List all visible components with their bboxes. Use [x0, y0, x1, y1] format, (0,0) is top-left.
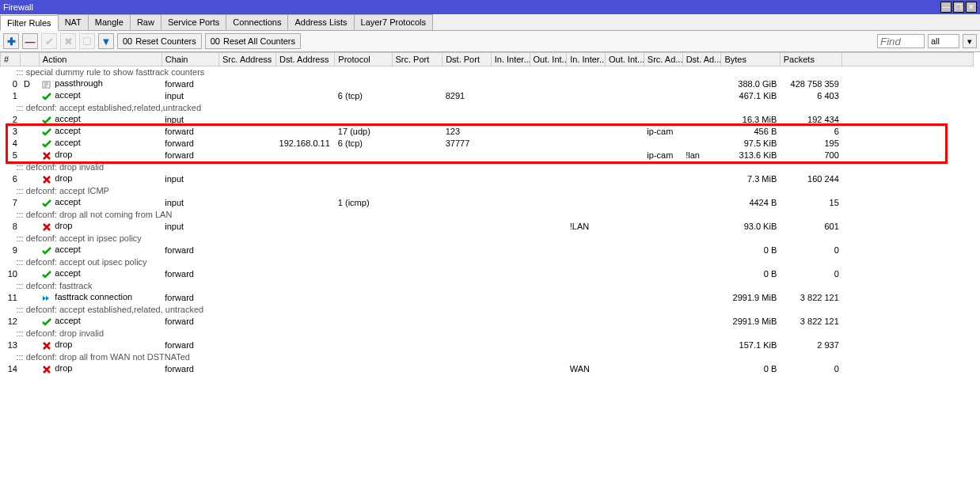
column-header[interactable]: Bytes: [721, 53, 780, 66]
column-header[interactable]: Dst. Port: [443, 53, 492, 66]
cell-bytes: 388.0 GiB: [721, 78, 780, 90]
cell-flag: [21, 316, 39, 328]
table-header: #ActionChainSrc. AddressDst. AddressProt…: [1, 53, 974, 66]
column-header[interactable]: [842, 53, 974, 66]
filter-button[interactable]: ▼: [98, 33, 114, 49]
rule-row[interactable]: 11 fasttrack connectionforward2991.9 MiB…: [1, 292, 974, 304]
comment-row[interactable]: ::: defconf: drop invalid: [1, 161, 974, 173]
reset-counters-button[interactable]: 00Reset Counters: [117, 33, 202, 49]
tab-layer7-protocols[interactable]: Layer7 Protocols: [354, 14, 434, 30]
cell-num: 3: [1, 126, 21, 138]
column-header[interactable]: Dst. Ad...: [682, 53, 721, 66]
close-button[interactable]: ✕: [966, 2, 977, 13]
tab-service-ports[interactable]: Service Ports: [161, 14, 226, 30]
cell-dstaddr: [276, 221, 335, 233]
enable-button[interactable]: ✔: [41, 33, 57, 49]
rule-row[interactable]: 3 acceptforward17 (udp)123ip-cam456 B6: [1, 126, 974, 138]
tab-nat[interactable]: NAT: [58, 14, 89, 30]
rule-row[interactable]: 8 dropinput!LAN93.0 KiB601: [1, 221, 974, 233]
cell-chain: forward: [161, 126, 218, 138]
column-header[interactable]: Out. Int...: [606, 53, 644, 66]
column-header[interactable]: Protocol: [335, 53, 392, 66]
column-header[interactable]: Action: [39, 53, 161, 66]
cell-dstport: [443, 150, 492, 161]
rule-row[interactable]: 7 acceptinput1 (icmp)4424 B15: [1, 197, 974, 209]
cell-chain: forward: [161, 78, 218, 90]
cell-rest: [842, 78, 974, 90]
cell-rest: [842, 197, 974, 209]
column-header[interactable]: Packets: [780, 53, 842, 66]
cell-inif: [491, 197, 530, 209]
cell-srcaddr: [218, 90, 275, 102]
rule-row[interactable]: 10 acceptforward0 B0: [1, 268, 974, 280]
rule-row[interactable]: 2 acceptinput16.3 MiB192 434: [1, 114, 974, 126]
rule-row[interactable]: 5 dropforwardip-cam!lan313.6 KiB700: [1, 150, 974, 161]
comment-button[interactable]: ☐: [79, 33, 95, 49]
column-header[interactable]: Src. Address: [218, 53, 275, 66]
comment-row[interactable]: ::: special dummy rule to show fasttrack…: [1, 66, 974, 78]
tab-address-lists[interactable]: Address Lists: [287, 14, 354, 30]
column-header[interactable]: In. Inter...: [491, 53, 530, 66]
cell-flag: [21, 245, 39, 256]
rule-row[interactable]: 1 acceptinput6 (tcp)8291467.1 KiB6 403: [1, 90, 974, 102]
column-header[interactable]: In. Inter...: [567, 53, 606, 66]
comment-row[interactable]: ::: defconf: accept ICMP: [1, 185, 974, 197]
rule-row[interactable]: 12 acceptforward2991.9 MiB3 822 121: [1, 316, 974, 328]
maximize-button[interactable]: ❐: [953, 2, 964, 13]
cell-dstaddr: [276, 245, 335, 256]
comment-row[interactable]: ::: defconf: accept established,related,…: [1, 102, 974, 114]
column-header[interactable]: Out. Int...: [530, 53, 567, 66]
cell-inif: [491, 173, 530, 185]
comment-row[interactable]: ::: defconf: drop all not coming from LA…: [1, 209, 974, 221]
comment-row[interactable]: ::: defconf: accept in ipsec policy: [1, 233, 974, 245]
rule-row[interactable]: 4 acceptforward192.168.0.116 (tcp)377779…: [1, 138, 974, 150]
comment-row[interactable]: ::: defconf: drop invalid: [1, 328, 974, 339]
cell-inifl: [567, 245, 606, 256]
cell-dstaddr: [276, 114, 335, 126]
cell-rest: [842, 316, 974, 328]
cell-chain: input: [161, 90, 218, 102]
cell-outifl: [606, 363, 644, 375]
rule-row[interactable]: 6 dropinput7.3 MiB160 244: [1, 173, 974, 185]
cell-outif: [530, 268, 567, 280]
filter-select[interactable]: all: [928, 34, 959, 48]
tab-filter-rules[interactable]: Filter Rules: [0, 15, 59, 31]
minimize-button[interactable]: —: [940, 2, 952, 13]
cell-srcport: [392, 268, 443, 280]
column-header[interactable]: Dst. Address: [276, 53, 335, 66]
column-header[interactable]: [21, 53, 39, 66]
comment-row[interactable]: ::: defconf: accept out ipsec policy: [1, 256, 974, 268]
cell-dstaddr: [276, 292, 335, 304]
cell-dstlist: [682, 268, 721, 280]
tab-raw[interactable]: Raw: [130, 14, 161, 30]
disable-button[interactable]: ✖: [60, 33, 76, 49]
cell-srclist: [644, 221, 682, 233]
tab-connections[interactable]: Connections: [226, 14, 288, 30]
column-header[interactable]: Src. Ad...: [644, 53, 682, 66]
cell-dstport: 37777: [443, 138, 492, 150]
tab-mangle[interactable]: Mangle: [88, 14, 131, 30]
dropdown-button[interactable]: ▾: [963, 34, 977, 48]
cell-rest: [842, 150, 974, 161]
cell-bytes: 313.6 KiB: [721, 150, 780, 161]
column-header[interactable]: Chain: [161, 53, 218, 66]
rule-row[interactable]: 14 dropforwardWAN0 B0: [1, 363, 974, 375]
cell-num: 10: [1, 268, 21, 280]
comment-row[interactable]: ::: defconf: fasttrack: [1, 280, 974, 292]
rule-row[interactable]: 0D passthroughforward388.0 GiB428 758 35…: [1, 78, 974, 90]
column-header[interactable]: #: [1, 53, 21, 66]
cell-dstlist: [682, 245, 721, 256]
rule-row[interactable]: 13 dropforward157.1 KiB2 937: [1, 339, 974, 351]
find-input[interactable]: [877, 34, 925, 48]
reset-all-counters-label: Reset All Counters: [223, 36, 295, 46]
cell-dstlist: [682, 78, 721, 90]
cell-flag: [21, 114, 39, 126]
reset-all-counters-button[interactable]: 00Reset All Counters: [205, 33, 301, 49]
add-button[interactable]: ✚: [3, 33, 19, 49]
rule-row[interactable]: 9 acceptforward0 B0: [1, 245, 974, 256]
comment-row[interactable]: ::: defconf: accept established,related,…: [1, 304, 974, 316]
remove-button[interactable]: —: [22, 33, 38, 49]
comment-row[interactable]: ::: defconf: drop all from WAN not DSTNA…: [1, 351, 974, 363]
column-header[interactable]: Src. Port: [392, 53, 443, 66]
cell-bytes: 4424 B: [721, 197, 780, 209]
